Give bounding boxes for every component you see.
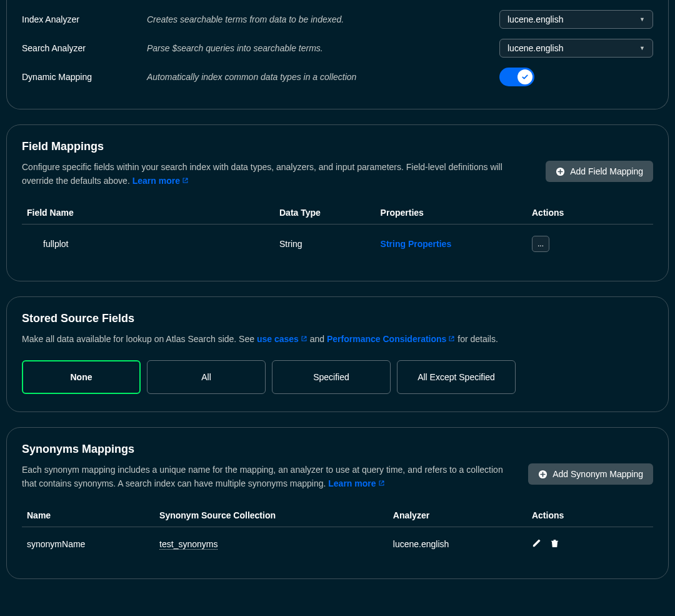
stored-source-option-all-except[interactable]: All Except Specified bbox=[397, 360, 516, 394]
index-analyzer-desc: Creates searchable terms from data to be… bbox=[147, 14, 499, 24]
dynamic-mapping-row: Dynamic Mapping Automatically index comm… bbox=[22, 63, 653, 91]
cell-properties-link[interactable]: String Properties bbox=[381, 239, 452, 249]
cell-field-name: fullplot bbox=[27, 239, 269, 249]
synonyms-title: Synonyms Mappings bbox=[22, 443, 653, 456]
stored-source-option-all[interactable]: All bbox=[147, 360, 266, 394]
chevron-down-icon: ▼ bbox=[639, 16, 645, 23]
col-name: Name bbox=[22, 504, 154, 527]
cell-source[interactable]: test_synonyms bbox=[159, 539, 218, 550]
trash-icon[interactable] bbox=[550, 538, 559, 550]
index-analyzer-value: lucene.english bbox=[508, 14, 564, 24]
field-mappings-desc: Configure specific fields within your se… bbox=[22, 161, 528, 188]
col-analyzer: Analyzer bbox=[388, 504, 527, 527]
search-analyzer-label: Search Analyzer bbox=[22, 43, 147, 53]
stored-source-card: Stored Source Fields Make all data avail… bbox=[6, 296, 669, 412]
analyzers-section: Index Analyzer Creates searchable terms … bbox=[6, 0, 669, 109]
table-row: fullplot String String Properties ... bbox=[22, 225, 653, 264]
add-field-mapping-button[interactable]: Add Field Mapping bbox=[546, 161, 653, 182]
synonyms-table: Name Synonym Source Collection Analyzer … bbox=[22, 504, 653, 561]
row-actions-menu-button[interactable]: ... bbox=[532, 236, 549, 252]
cell-name: synonymName bbox=[22, 527, 154, 562]
col-source: Synonym Source Collection bbox=[154, 504, 388, 527]
dynamic-mapping-toggle[interactable] bbox=[499, 68, 534, 86]
stored-source-option-specified[interactable]: Specified bbox=[272, 360, 391, 394]
plus-circle-icon bbox=[556, 167, 565, 176]
stored-source-segmented: None All Specified All Except Specified bbox=[22, 360, 653, 394]
cell-analyzer: lucene.english bbox=[388, 527, 527, 562]
dynamic-mapping-label: Dynamic Mapping bbox=[22, 72, 147, 82]
use-cases-link[interactable]: use cases bbox=[257, 334, 308, 344]
col-properties: Properties bbox=[376, 201, 527, 225]
col-actions: Actions bbox=[527, 504, 653, 527]
performance-considerations-link[interactable]: Performance Considerations bbox=[327, 334, 455, 344]
cell-data-type: String bbox=[274, 225, 376, 264]
external-link-icon bbox=[378, 477, 385, 491]
checkmark-icon bbox=[518, 69, 532, 84]
index-analyzer-row: Index Analyzer Creates searchable terms … bbox=[22, 5, 653, 34]
edit-icon[interactable] bbox=[532, 538, 541, 550]
index-analyzer-select[interactable]: lucene.english ▼ bbox=[499, 10, 653, 29]
plus-circle-icon bbox=[538, 470, 548, 479]
dynamic-mapping-desc: Automatically index common data types in… bbox=[147, 72, 499, 82]
synonyms-card: Synonyms Mappings Each synonym mapping i… bbox=[6, 427, 669, 579]
col-data-type: Data Type bbox=[274, 201, 376, 225]
table-row: synonymName test_synonyms lucene.english bbox=[22, 527, 653, 562]
add-synonym-mapping-button[interactable]: Add Synonym Mapping bbox=[528, 463, 653, 485]
stored-source-title: Stored Source Fields bbox=[22, 312, 653, 325]
chevron-down-icon: ▼ bbox=[639, 45, 645, 51]
search-analyzer-row: Search Analyzer Parse $search queries in… bbox=[22, 34, 653, 63]
synonyms-learn-more-link[interactable]: Learn more bbox=[328, 478, 384, 488]
col-actions: Actions bbox=[527, 201, 653, 225]
stored-source-option-none[interactable]: None bbox=[22, 360, 141, 394]
stored-source-desc: Make all data available for lookup on At… bbox=[22, 333, 653, 346]
search-analyzer-desc: Parse $search queries into searchable te… bbox=[147, 43, 499, 53]
index-analyzer-label: Index Analyzer bbox=[22, 14, 147, 24]
external-link-icon bbox=[301, 333, 308, 346]
external-link-icon bbox=[448, 333, 455, 346]
col-field-name: Field Name bbox=[22, 201, 274, 225]
field-mappings-card: Field Mappings Configure specific fields… bbox=[6, 124, 669, 281]
search-analyzer-value: lucene.english bbox=[508, 43, 564, 53]
search-analyzer-select[interactable]: lucene.english ▼ bbox=[499, 39, 653, 58]
synonyms-desc: Each synonym mapping includes a unique n… bbox=[22, 463, 511, 490]
external-link-icon bbox=[182, 174, 189, 188]
field-mappings-title: Field Mappings bbox=[22, 140, 653, 153]
field-mappings-learn-more-link[interactable]: Learn more bbox=[132, 176, 189, 186]
field-mappings-table: Field Name Data Type Properties Actions … bbox=[22, 201, 653, 263]
